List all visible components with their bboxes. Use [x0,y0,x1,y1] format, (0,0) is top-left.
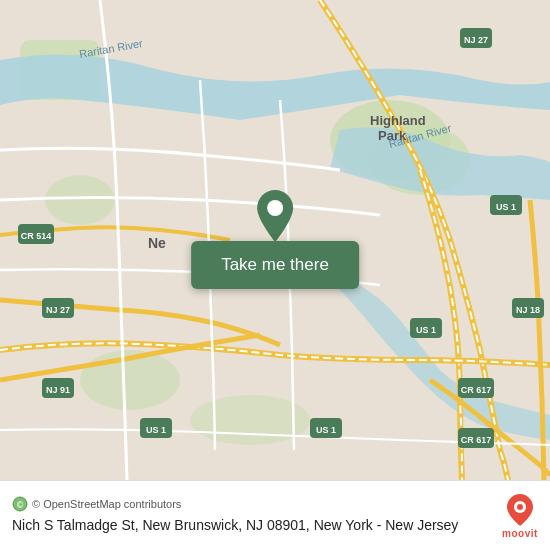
svg-text:NJ 27: NJ 27 [46,305,70,315]
svg-text:NJ 27: NJ 27 [464,35,488,45]
svg-text:CR 617: CR 617 [461,385,492,395]
svg-point-38 [517,504,523,510]
moovit-logo: moovit [502,492,538,539]
svg-text:Highland: Highland [370,113,426,128]
svg-text:US 1: US 1 [416,325,436,335]
svg-text:US 1: US 1 [146,425,166,435]
osm-attribution: © © OpenStreetMap contributors [12,496,492,512]
svg-point-34 [267,200,283,216]
osm-logo: © [12,496,28,512]
svg-text:NJ 91: NJ 91 [46,385,70,395]
info-bar: © © OpenStreetMap contributors Nich S Ta… [0,480,550,550]
svg-text:US 1: US 1 [496,202,516,212]
take-me-there-button[interactable]: Take me there [191,241,359,289]
moovit-icon [502,492,538,528]
svg-text:Park: Park [378,128,407,143]
svg-text:NJ 18: NJ 18 [516,305,540,315]
svg-text:©: © [17,500,24,510]
svg-text:CR 617: CR 617 [461,435,492,445]
address-text: Nich S Talmadge St, New Brunswick, NJ 08… [12,516,492,534]
osm-text: © OpenStreetMap contributors [32,498,181,510]
svg-text:US 1: US 1 [316,425,336,435]
location-pin [250,191,300,241]
map-container: NJ 27 US 1 US 1 US 1 NJ 91 NJ 27 CR 514 … [0,0,550,480]
moovit-text: moovit [502,528,538,539]
svg-text:CR 514: CR 514 [21,231,52,241]
svg-text:Ne: Ne [148,235,166,251]
button-overlay: Take me there [191,191,359,289]
info-text-section: © © OpenStreetMap contributors Nich S Ta… [12,496,492,534]
svg-point-4 [45,175,115,225]
